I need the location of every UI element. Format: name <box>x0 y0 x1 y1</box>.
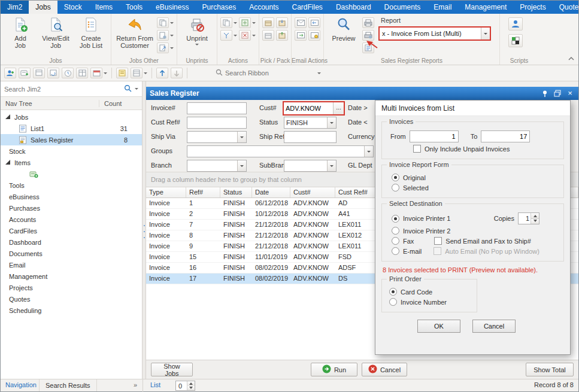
float-window-icon[interactable] <box>553 89 562 98</box>
collapse-ribbon-button[interactable] <box>568 55 575 62</box>
column-header-ref-[interactable]: Ref# <box>186 187 220 197</box>
cancel-button[interactable]: Cancel <box>472 320 516 333</box>
menu-tab-documents[interactable]: Documents <box>378 1 428 14</box>
spin-down-icon[interactable] <box>187 386 195 391</box>
chevron-down-icon[interactable] <box>327 160 336 171</box>
expander-icon[interactable] <box>5 160 10 165</box>
invoice-printer-2-radio[interactable] <box>392 227 399 235</box>
tab-navigation[interactable]: Navigation <box>5 381 37 388</box>
nav-item-scheduling[interactable]: Scheduling <box>1 305 142 316</box>
move-down-icon[interactable] <box>171 68 183 78</box>
chevron-down-icon[interactable] <box>327 117 336 128</box>
nav-item-stock[interactable]: Stock <box>1 145 142 157</box>
ellipsis-button[interactable]: ... <box>333 102 344 114</box>
nav-item-projects[interactable]: Projects <box>1 282 142 293</box>
ship-box-icon[interactable] <box>276 30 288 41</box>
spin-up-icon[interactable] <box>531 213 539 219</box>
menu-tab-items[interactable]: Items <box>89 1 119 14</box>
show-jobs-button[interactable]: Show Jobs <box>151 363 193 376</box>
nav-item-tools[interactable]: Tools <box>1 180 142 191</box>
double-chevron-icon[interactable]: » <box>134 381 137 388</box>
ok-button[interactable]: OK <box>417 320 460 333</box>
menu-tab-projects[interactable]: Projects <box>513 1 552 14</box>
nav-item-sales-register[interactable]: Sales Register8 <box>1 134 142 145</box>
job-copy-button[interactable] <box>157 17 174 28</box>
action-merge-button[interactable] <box>220 30 237 41</box>
cancel-run-button[interactable]: Cancel <box>362 363 407 376</box>
action-export-button[interactable] <box>239 17 256 28</box>
close-icon[interactable]: × <box>565 89 575 98</box>
person-icon[interactable] <box>508 17 523 31</box>
nav-item-ebusiness[interactable]: eBusiness <box>1 191 142 202</box>
search-jim2-input[interactable] <box>4 86 121 93</box>
invoice-printer-1-radio[interactable] <box>392 215 399 223</box>
nav-item-jobs[interactable]: Jobs <box>1 111 142 123</box>
nav-search-box[interactable] <box>1 81 142 97</box>
pin-icon[interactable] <box>540 89 550 98</box>
show-total-button[interactable]: Show Total <box>526 363 574 376</box>
nav-item-list1[interactable]: List131 <box>1 123 142 134</box>
menu-tab-cardfiles[interactable]: CardFiles <box>286 1 329 14</box>
job-link-button[interactable] <box>157 42 174 53</box>
nav-item-management[interactable]: Management <box>1 271 142 282</box>
nav-item-quotes[interactable]: Quotes <box>1 293 142 305</box>
refresh-window-icon[interactable] <box>47 68 59 78</box>
branch-select[interactable] <box>187 160 247 172</box>
chevron-down-icon[interactable] <box>481 28 490 39</box>
menu-tab-accounts[interactable]: Accounts <box>242 1 285 14</box>
unpaid-checkbox[interactable] <box>413 145 421 153</box>
column-header-status[interactable]: Status <box>220 187 252 197</box>
selected-radio[interactable] <box>392 184 399 192</box>
ship-via-select[interactable] <box>187 131 247 143</box>
run-button[interactable]: Run <box>311 363 357 376</box>
create-job-list-button[interactable]: Create Job List <box>74 15 108 51</box>
chevron-down-icon[interactable] <box>364 146 373 157</box>
column-header-cust-[interactable]: Cust# <box>290 187 335 197</box>
add-cardfile-icon[interactable] <box>19 68 31 78</box>
email-attach-icon[interactable] <box>308 30 320 41</box>
menu-tab-purchases[interactable]: Purchases <box>195 1 242 14</box>
from-input[interactable] <box>410 130 459 142</box>
to-input[interactable] <box>481 130 530 142</box>
menu-tab-email[interactable]: Email <box>427 1 458 14</box>
toolbar-overflow-icon[interactable] <box>317 72 321 76</box>
report-select[interactable]: x - Invoice From List (Multi) <box>378 26 491 41</box>
view-edit-job-button[interactable]: View/Edit Job <box>39 15 72 51</box>
nav-item-dashboard[interactable]: Dashboard <box>1 236 142 248</box>
invoice-input[interactable] <box>187 102 247 114</box>
nav-item-documents[interactable]: Documents <box>1 248 142 259</box>
expander-icon[interactable] <box>5 114 10 119</box>
menu-tab-quotes[interactable]: Quotes <box>553 1 579 14</box>
original-radio[interactable] <box>392 174 399 181</box>
status-select[interactable]: FINISH <box>284 117 337 129</box>
tab-search-results[interactable]: Search Results <box>39 379 97 391</box>
menu-tab-dashboard[interactable]: Dashboard <box>329 1 378 14</box>
menu-tab-jobs[interactable]: Jobs <box>29 1 57 14</box>
script-icon[interactable] <box>508 34 523 47</box>
unprint-button[interactable]: Unprint <box>180 15 214 49</box>
chevron-down-icon[interactable] <box>237 132 246 142</box>
unpick-box-icon[interactable] <box>262 30 274 41</box>
nav-item-email[interactable]: Email <box>1 259 142 271</box>
copies-spinner[interactable]: 1 <box>518 212 539 224</box>
card-code-radio[interactable] <box>389 288 397 296</box>
menu-tab-management[interactable]: Management <box>458 1 513 14</box>
pick-box-icon[interactable] <box>262 17 274 28</box>
invoice-number-radio[interactable] <box>389 298 397 306</box>
search-ribbon-input[interactable] <box>225 69 282 77</box>
email-forward-icon[interactable] <box>295 30 307 41</box>
send-email-fax-checkbox[interactable] <box>434 237 442 245</box>
nav-item-item[interactable] <box>1 168 142 180</box>
column-header-date[interactable]: Date <box>252 187 290 197</box>
preview-button[interactable]: Preview <box>327 15 360 44</box>
email-radio[interactable] <box>392 247 399 255</box>
nav-item-accounts[interactable]: Accounts <box>1 214 142 225</box>
job-template-button[interactable] <box>157 30 174 41</box>
groups-select[interactable] <box>187 145 374 157</box>
spin-up-icon[interactable] <box>187 381 195 386</box>
spin-down-icon[interactable] <box>531 219 539 224</box>
fax-radio[interactable] <box>392 237 399 245</box>
calendar-button[interactable] <box>90 68 107 78</box>
add-person-icon[interactable] <box>4 68 16 78</box>
list-spinner[interactable]: 0 <box>175 381 195 391</box>
